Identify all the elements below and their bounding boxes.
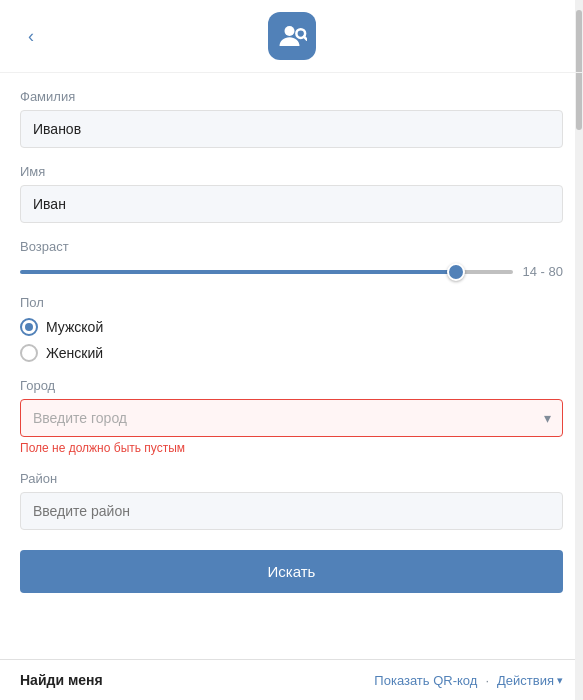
gender-group: Пол Мужской Женский: [20, 295, 563, 362]
footer-title: Найди меня: [20, 672, 103, 688]
footer: Найди меня Показать QR-код · Действия ▾: [0, 659, 583, 700]
gender-male-label: Мужской: [46, 319, 103, 335]
actions-button[interactable]: Действия ▾: [497, 673, 563, 688]
district-group: Район: [20, 471, 563, 530]
age-slider-wrapper: 14 - 80: [20, 264, 563, 279]
gender-female-label: Женский: [46, 345, 103, 361]
main-content: Фамилия Имя Возраст 14 - 80 Пол Мужской: [0, 73, 583, 659]
qr-code-link[interactable]: Показать QR-код: [374, 673, 477, 688]
age-group: Возраст 14 - 80: [20, 239, 563, 279]
firstname-label: Имя: [20, 164, 563, 179]
app-icon: [268, 12, 316, 60]
gender-female-radio[interactable]: [20, 344, 38, 362]
back-button[interactable]: ‹: [20, 22, 42, 51]
firstname-input[interactable]: [20, 185, 563, 223]
footer-dot: ·: [485, 673, 489, 688]
district-input[interactable]: [20, 492, 563, 530]
lastname-group: Фамилия: [20, 89, 563, 148]
header: ‹: [0, 0, 583, 73]
gender-female-item[interactable]: Женский: [20, 344, 563, 362]
svg-line-2: [303, 37, 306, 40]
app-container: ‹ Фамилия Имя Возраст 14 - 80: [0, 0, 583, 700]
city-label: Город: [20, 378, 563, 393]
gender-male-item[interactable]: Мужской: [20, 318, 563, 336]
lastname-label: Фамилия: [20, 89, 563, 104]
age-range-value: 14 - 80: [523, 264, 563, 279]
footer-actions: Показать QR-код · Действия ▾: [374, 673, 563, 688]
search-people-icon: [277, 21, 307, 51]
lastname-input[interactable]: [20, 110, 563, 148]
actions-label: Действия: [497, 673, 554, 688]
chevron-down-icon: ▾: [557, 674, 563, 687]
svg-point-0: [284, 26, 294, 36]
city-select-wrapper: Введите город ▾: [20, 399, 563, 437]
gender-male-radio[interactable]: [20, 318, 38, 336]
gender-label: Пол: [20, 295, 563, 310]
search-button[interactable]: Искать: [20, 550, 563, 593]
district-label: Район: [20, 471, 563, 486]
age-label: Возраст: [20, 239, 563, 254]
city-group: Город Введите город ▾ Поле не должно быт…: [20, 378, 563, 455]
age-slider[interactable]: [20, 270, 513, 274]
city-error-text: Поле не должно быть пустым: [20, 441, 563, 455]
scrollbar[interactable]: [575, 0, 583, 700]
city-select[interactable]: Введите город: [20, 399, 563, 437]
firstname-group: Имя: [20, 164, 563, 223]
